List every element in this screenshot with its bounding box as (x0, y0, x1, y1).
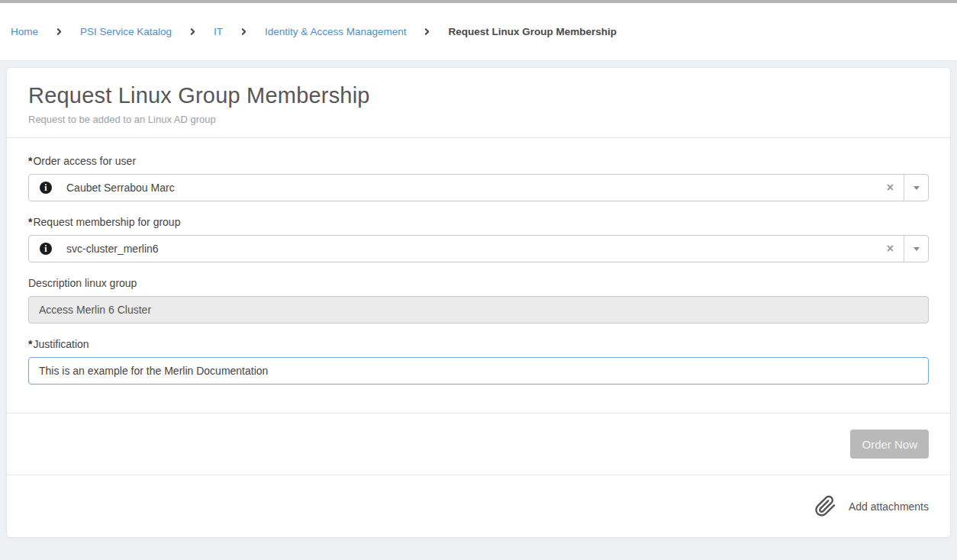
order-now-button[interactable]: Order Now (850, 430, 929, 459)
chevron-right-icon (54, 27, 64, 37)
add-attachments-label: Add attachments (849, 500, 929, 513)
attachments-section: Add attachments (7, 475, 950, 537)
add-attachments-button[interactable]: Add attachments (814, 495, 929, 517)
chevron-right-icon (422, 27, 432, 37)
field-label-text: Order access for user (33, 155, 136, 167)
user-combobox-value: Caubet Serrabou Marc (66, 182, 877, 194)
breadcrumb-item-psi-service-katalog[interactable]: PSI Service Katalog (80, 26, 172, 37)
paperclip-icon (814, 495, 836, 517)
required-marker: * (28, 216, 32, 228)
breadcrumb: Home PSI Service Katalog IT Identity & A… (0, 3, 957, 61)
field-label: Description linux group (28, 277, 929, 289)
clear-icon[interactable]: × (877, 236, 904, 262)
justification-input[interactable] (28, 357, 929, 385)
breadcrumb-item-it[interactable]: IT (214, 26, 223, 37)
required-marker: * (28, 155, 32, 167)
group-combobox-value: svc-cluster_merlin6 (66, 243, 877, 255)
group-combobox[interactable]: i svc-cluster_merlin6 × (28, 235, 929, 262)
info-icon: i (40, 243, 52, 255)
form-body: *Order access for user i Caubet Serrabou… (7, 138, 950, 413)
breadcrumb-item-identity-access-management[interactable]: Identity & Access Management (265, 26, 406, 37)
field-group-description-linux-group: Description linux group (28, 277, 929, 323)
required-marker: * (28, 338, 32, 350)
field-group-justification: *Justification (28, 338, 929, 385)
chevron-right-icon (188, 27, 198, 37)
dropdown-toggle[interactable] (904, 175, 928, 201)
field-label-text: Request membership for group (33, 216, 180, 228)
request-form-card: Request Linux Group Membership Request t… (6, 67, 951, 538)
card-header: Request Linux Group Membership Request t… (7, 68, 950, 138)
field-label: *Order access for user (28, 155, 929, 167)
dropdown-toggle[interactable] (904, 236, 928, 262)
info-icon: i (40, 182, 52, 194)
description-linux-group-field (28, 296, 929, 323)
clear-icon[interactable]: × (877, 175, 904, 201)
page-subtitle: Request to be added to an Linux AD group (28, 114, 935, 125)
field-label: *Justification (28, 338, 929, 350)
field-label-text: Justification (33, 338, 89, 350)
user-combobox[interactable]: i Caubet Serrabou Marc × (28, 174, 929, 201)
breadcrumb-item-home[interactable]: Home (11, 26, 38, 37)
breadcrumb-item-current: Request Linux Group Membership (448, 26, 617, 37)
caret-down-icon (914, 186, 920, 190)
page-title: Request Linux Group Membership (28, 83, 935, 108)
field-label: *Request membership for group (28, 216, 929, 228)
order-section: Order Now (7, 413, 950, 475)
field-group-order-access-for-user: *Order access for user i Caubet Serrabou… (28, 155, 929, 201)
caret-down-icon (914, 247, 920, 251)
field-label-text: Description linux group (28, 277, 137, 289)
field-group-request-membership-for-group: *Request membership for group i svc-clus… (28, 216, 929, 262)
chevron-right-icon (239, 27, 249, 37)
